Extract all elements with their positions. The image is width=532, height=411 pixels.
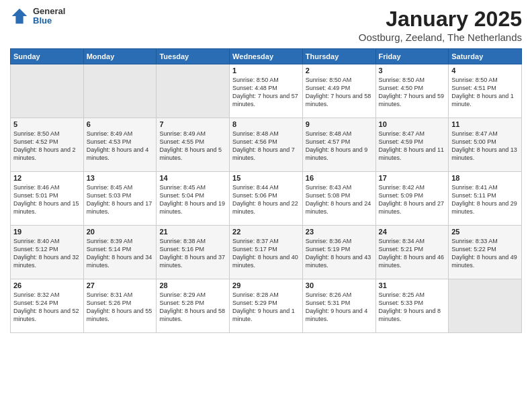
cell-text: Sunrise: 8:46 AMSunset: 5:01 PMDaylight:… xyxy=(13,183,81,216)
weekday-row: SundayMondayTuesdayWednesdayThursdayFrid… xyxy=(11,49,522,64)
month-title: January 2025 xyxy=(359,7,522,32)
cell-text: Sunrise: 8:50 AMSunset: 4:50 PMDaylight:… xyxy=(379,76,446,109)
weekday-header-sunday: Sunday xyxy=(11,49,84,64)
calendar-week-4: 19Sunrise: 8:40 AMSunset: 5:12 PMDayligh… xyxy=(11,226,522,279)
day-number: 22 xyxy=(232,228,300,236)
cell-text: Sunrise: 8:41 AMSunset: 5:11 PMDaylight:… xyxy=(451,183,519,216)
calendar-body: 1Sunrise: 8:50 AMSunset: 4:48 PMDaylight… xyxy=(11,64,522,333)
location: Oostburg, Zeeland, The Netherlands xyxy=(359,32,522,43)
cell-text: Sunrise: 8:50 AMSunset: 4:51 PMDaylight:… xyxy=(451,76,519,109)
calendar-cell: 9Sunrise: 8:48 AMSunset: 4:57 PMDaylight… xyxy=(302,118,375,172)
calendar-cell: 24Sunrise: 8:34 AMSunset: 5:21 PMDayligh… xyxy=(375,226,449,279)
cell-text: Sunrise: 8:39 AMSunset: 5:14 PMDaylight:… xyxy=(87,237,154,270)
calendar-cell: 4Sunrise: 8:50 AMSunset: 4:51 PMDaylight… xyxy=(449,64,522,118)
day-number: 12 xyxy=(13,174,81,182)
day-number: 10 xyxy=(379,120,446,128)
weekday-header-monday: Monday xyxy=(83,49,157,64)
cell-text: Sunrise: 8:50 AMSunset: 4:52 PMDaylight:… xyxy=(13,130,81,163)
cell-text: Sunrise: 8:33 AMSunset: 5:22 PMDaylight:… xyxy=(451,237,519,270)
calendar-cell: 23Sunrise: 8:36 AMSunset: 5:19 PMDayligh… xyxy=(302,226,375,279)
calendar-cell: 20Sunrise: 8:39 AMSunset: 5:14 PMDayligh… xyxy=(83,226,157,279)
cell-text: Sunrise: 8:37 AMSunset: 5:17 PMDaylight:… xyxy=(232,237,300,270)
calendar-cell: 26Sunrise: 8:32 AMSunset: 5:24 PMDayligh… xyxy=(11,279,84,333)
calendar-cell: 7Sunrise: 8:49 AMSunset: 4:55 PMDaylight… xyxy=(157,118,230,172)
cell-text: Sunrise: 8:49 AMSunset: 4:55 PMDaylight:… xyxy=(159,130,226,163)
cell-text: Sunrise: 8:50 AMSunset: 4:48 PMDaylight:… xyxy=(232,76,300,109)
weekday-header-saturday: Saturday xyxy=(449,49,522,64)
calendar-cell: 21Sunrise: 8:38 AMSunset: 5:16 PMDayligh… xyxy=(157,226,230,279)
day-number: 19 xyxy=(13,228,81,236)
day-number: 20 xyxy=(87,228,154,236)
cell-text: Sunrise: 8:32 AMSunset: 5:24 PMDaylight:… xyxy=(13,291,81,324)
day-number: 7 xyxy=(159,120,226,128)
cell-text: Sunrise: 8:42 AMSunset: 5:09 PMDaylight:… xyxy=(379,183,446,216)
calendar-cell: 5Sunrise: 8:50 AMSunset: 4:52 PMDaylight… xyxy=(11,118,84,172)
calendar-cell: 6Sunrise: 8:49 AMSunset: 4:53 PMDaylight… xyxy=(83,118,157,172)
logo-text: General Blue xyxy=(33,7,65,26)
calendar-cell: 28Sunrise: 8:29 AMSunset: 5:28 PMDayligh… xyxy=(157,279,230,333)
weekday-header-thursday: Thursday xyxy=(302,49,375,64)
day-number: 8 xyxy=(232,120,300,128)
calendar-cell: 29Sunrise: 8:28 AMSunset: 5:29 PMDayligh… xyxy=(230,279,303,333)
day-number: 17 xyxy=(379,174,446,182)
day-number: 14 xyxy=(159,174,226,182)
calendar-cell: 15Sunrise: 8:44 AMSunset: 5:06 PMDayligh… xyxy=(230,172,303,226)
calendar-cell: 16Sunrise: 8:43 AMSunset: 5:08 PMDayligh… xyxy=(302,172,375,226)
logo-blue: Blue xyxy=(33,16,65,26)
calendar-week-1: 1Sunrise: 8:50 AMSunset: 4:48 PMDaylight… xyxy=(11,64,522,118)
calendar-cell: 27Sunrise: 8:31 AMSunset: 5:26 PMDayligh… xyxy=(83,279,157,333)
day-number: 1 xyxy=(232,66,300,75)
calendar-cell: 25Sunrise: 8:33 AMSunset: 5:22 PMDayligh… xyxy=(449,226,522,279)
day-number: 4 xyxy=(451,66,519,75)
title-area: January 2025 Oostburg, Zeeland, The Neth… xyxy=(359,7,522,43)
calendar-cell: 18Sunrise: 8:41 AMSunset: 5:11 PMDayligh… xyxy=(449,172,522,226)
day-number: 9 xyxy=(306,120,373,128)
cell-text: Sunrise: 8:47 AMSunset: 5:00 PMDaylight:… xyxy=(451,130,519,163)
day-number: 25 xyxy=(451,228,519,236)
svg-marker-0 xyxy=(12,9,27,24)
calendar-cell: 3Sunrise: 8:50 AMSunset: 4:50 PMDaylight… xyxy=(375,64,449,118)
day-number: 27 xyxy=(87,281,154,289)
cell-text: Sunrise: 8:50 AMSunset: 4:49 PMDaylight:… xyxy=(306,76,373,109)
cell-text: Sunrise: 8:43 AMSunset: 5:08 PMDaylight:… xyxy=(306,183,373,216)
day-number: 21 xyxy=(159,228,226,236)
calendar-cell: 31Sunrise: 8:25 AMSunset: 5:33 PMDayligh… xyxy=(375,279,449,333)
day-number: 3 xyxy=(379,66,446,75)
day-number: 2 xyxy=(306,66,373,75)
day-number: 18 xyxy=(451,174,519,182)
day-number: 13 xyxy=(87,174,154,182)
calendar-table: SundayMondayTuesdayWednesdayThursdayFrid… xyxy=(10,48,522,333)
calendar-cell: 17Sunrise: 8:42 AMSunset: 5:09 PMDayligh… xyxy=(375,172,449,226)
logo-icon xyxy=(10,7,29,26)
calendar-week-5: 26Sunrise: 8:32 AMSunset: 5:24 PMDayligh… xyxy=(11,279,522,333)
calendar-cell: 22Sunrise: 8:37 AMSunset: 5:17 PMDayligh… xyxy=(230,226,303,279)
cell-text: Sunrise: 8:48 AMSunset: 4:56 PMDaylight:… xyxy=(232,130,300,163)
cell-text: Sunrise: 8:34 AMSunset: 5:21 PMDaylight:… xyxy=(379,237,446,270)
calendar-cell: 30Sunrise: 8:26 AMSunset: 5:31 PMDayligh… xyxy=(302,279,375,333)
day-number: 15 xyxy=(232,174,300,182)
calendar-cell: 12Sunrise: 8:46 AMSunset: 5:01 PMDayligh… xyxy=(11,172,84,226)
cell-text: Sunrise: 8:25 AMSunset: 5:33 PMDaylight:… xyxy=(379,291,446,324)
weekday-header-wednesday: Wednesday xyxy=(230,49,303,64)
calendar-cell: 8Sunrise: 8:48 AMSunset: 4:56 PMDaylight… xyxy=(230,118,303,172)
calendar-cell: 10Sunrise: 8:47 AMSunset: 4:59 PMDayligh… xyxy=(375,118,449,172)
day-number: 29 xyxy=(232,281,300,289)
cell-text: Sunrise: 8:40 AMSunset: 5:12 PMDaylight:… xyxy=(13,237,81,270)
calendar-cell: 11Sunrise: 8:47 AMSunset: 5:00 PMDayligh… xyxy=(449,118,522,172)
cell-text: Sunrise: 8:36 AMSunset: 5:19 PMDaylight:… xyxy=(306,237,373,270)
logo-general: General xyxy=(33,7,65,16)
cell-text: Sunrise: 8:28 AMSunset: 5:29 PMDaylight:… xyxy=(232,291,300,324)
calendar-header: SundayMondayTuesdayWednesdayThursdayFrid… xyxy=(11,49,522,64)
calendar-cell: 13Sunrise: 8:45 AMSunset: 5:03 PMDayligh… xyxy=(83,172,157,226)
calendar-week-3: 12Sunrise: 8:46 AMSunset: 5:01 PMDayligh… xyxy=(11,172,522,226)
weekday-header-friday: Friday xyxy=(375,49,449,64)
cell-text: Sunrise: 8:47 AMSunset: 4:59 PMDaylight:… xyxy=(379,130,446,163)
calendar-cell: 14Sunrise: 8:45 AMSunset: 5:04 PMDayligh… xyxy=(157,172,230,226)
calendar-cell xyxy=(11,64,84,118)
weekday-header-tuesday: Tuesday xyxy=(157,49,230,64)
cell-text: Sunrise: 8:31 AMSunset: 5:26 PMDaylight:… xyxy=(87,291,154,324)
day-number: 5 xyxy=(13,120,81,128)
calendar-cell: 1Sunrise: 8:50 AMSunset: 4:48 PMDaylight… xyxy=(230,64,303,118)
cell-text: Sunrise: 8:38 AMSunset: 5:16 PMDaylight:… xyxy=(159,237,226,270)
cell-text: Sunrise: 8:45 AMSunset: 5:04 PMDaylight:… xyxy=(159,183,226,216)
